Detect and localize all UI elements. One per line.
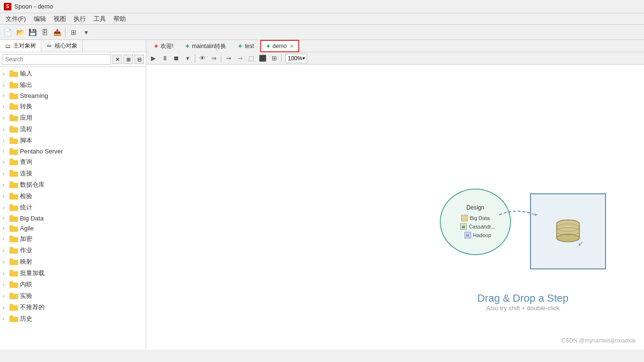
folder-icon-script <box>9 137 18 144</box>
menu-file[interactable]: 文件(F) <box>2 14 30 24</box>
tree-item-agile[interactable]: › Agile <box>0 223 146 233</box>
maintaiin-tab-label: maintaiin转换 <box>192 42 226 50</box>
menu-tools[interactable]: 工具 <box>90 14 110 24</box>
tree-label-flow: 流程 <box>20 125 32 133</box>
tree-label-transform: 转换 <box>20 102 32 111</box>
canvas-run-btn[interactable]: ▶ <box>148 53 159 64</box>
search-collapse-btn[interactable]: ⊟ <box>134 55 144 64</box>
canvas-btn6[interactable]: ⇝ <box>223 53 234 64</box>
canvas-stop-btn[interactable]: ⏹ <box>171 53 181 64</box>
drag-drop-subtitle: Also try shift + double-click <box>486 305 559 312</box>
menu-edit[interactable]: 编辑 <box>30 14 50 24</box>
tree-item-inline[interactable]: › 内联 <box>0 279 146 290</box>
tree-item-encrypt[interactable]: › 加密 <box>0 233 146 245</box>
search-expand-btn[interactable]: ⊞ <box>123 55 133 64</box>
toolbar-save-btn[interactable]: 💾 <box>27 27 38 38</box>
chevron-encrypt: › <box>3 237 9 242</box>
db-container: ↙ <box>551 215 585 248</box>
canvas-preview-btn[interactable]: 👁 <box>197 53 208 64</box>
tab-demo[interactable]: ✦ demo ✕ <box>260 40 299 52</box>
tree-item-pentaho[interactable]: › Pentaho Server <box>0 146 146 156</box>
search-clear-btn[interactable]: ✕ <box>113 55 122 64</box>
right-panel: ✦ 欢迎! ✦ maintaiin转换 ✦ test ✦ demo ✕ ▶ ⏸ … <box>146 40 644 350</box>
folder-icon-validate <box>9 193 18 200</box>
tree: › 输入 › 输出 › Streaming › 转换 › <box>0 67 146 350</box>
folder-icon-streaming <box>9 93 18 99</box>
demo-tab-close[interactable]: ✕ <box>290 43 294 49</box>
tab-maintaiin[interactable]: ✦ maintaiin转换 <box>180 40 231 52</box>
canvas-pause-btn[interactable]: ⏸ <box>160 53 170 64</box>
canvas-stop-dropdown-btn[interactable]: ▾ <box>182 53 193 64</box>
tree-item-job[interactable]: › 作业 <box>0 245 146 256</box>
tree-item-validate[interactable]: › 检验 <box>0 191 146 202</box>
tree-item-warehouse[interactable]: › 数据仓库 <box>0 179 146 191</box>
canvas-btn10[interactable]: ⊞ <box>269 53 279 64</box>
canvas-btn9[interactable]: ⬛ <box>257 53 268 64</box>
search-input[interactable] <box>2 54 111 65</box>
toolbar-layers-dropdown[interactable]: ▾ <box>80 27 92 38</box>
tree-item-experiment[interactable]: › 实验 <box>0 290 146 302</box>
folder-icon-input <box>9 70 18 77</box>
tree-item-transform[interactable]: › 转换 <box>0 101 146 112</box>
toolbar-new-btn[interactable]: 📄 <box>2 27 13 38</box>
menu-view[interactable]: 视图 <box>50 14 70 24</box>
canvas-btn7[interactable]: ⇾ <box>235 53 245 64</box>
folder-icon-bigdata <box>9 215 18 222</box>
db-arrow-icon: ↙ <box>578 239 584 247</box>
tab-test[interactable]: ✦ test <box>232 40 259 52</box>
chevron-script: › <box>3 138 9 143</box>
tree-item-connect[interactable]: › 连接 <box>0 168 146 179</box>
tree-item-bulkload[interactable]: › 批量加载 <box>0 267 146 279</box>
menu-help[interactable]: 帮助 <box>110 14 130 24</box>
toolbar-layers-btn[interactable]: ⊞ <box>68 27 79 38</box>
folder-icon-app <box>9 114 18 121</box>
folder-icon-encrypt <box>9 236 18 242</box>
tree-label-deprecated: 不推荐的 <box>20 303 45 312</box>
cassandra-label: Cassandr... <box>469 224 495 229</box>
core-objects-label: 核心对象 <box>55 42 77 50</box>
tree-label-streaming: Streaming <box>20 92 48 99</box>
tree-item-streaming[interactable]: › Streaming <box>0 91 146 101</box>
chevron-output: › <box>3 83 9 88</box>
folder-icon-job <box>9 247 18 254</box>
tree-label-app: 应用 <box>20 114 32 122</box>
tree-item-mapping[interactable]: › 映射 <box>0 256 146 267</box>
tree-item-stats[interactable]: › 统计 <box>0 202 146 213</box>
tree-item-history[interactable]: › 历史 <box>0 313 146 324</box>
menu-execute[interactable]: 执行 <box>70 14 90 24</box>
chevron-input: › <box>3 71 9 76</box>
left-panel: 🗂 主对象树 ✏ 核心对象 ✕ ⊞ ⊟ › 输入 › <box>0 40 146 350</box>
toolbar-export-btn[interactable]: 📤 <box>51 27 63 38</box>
folder-icon-output <box>9 82 18 88</box>
search-bar: ✕ ⊞ ⊟ <box>0 52 146 67</box>
tab-welcome[interactable]: ✦ 欢迎! <box>148 40 179 52</box>
toolbar-open-btn[interactable]: 📂 <box>14 27 26 38</box>
tab-core-objects[interactable]: ✏ 核心对象 <box>41 40 83 52</box>
canvas-debug-btn[interactable]: ⇒ <box>208 53 219 64</box>
tab-main-objects[interactable]: 🗂 主对象树 <box>0 40 41 52</box>
chevron-stats: › <box>3 205 9 210</box>
canvas-btn8[interactable]: ⬚ <box>246 53 256 64</box>
bigdata-label: Big Data <box>470 215 490 221</box>
folder-icon-bulkload <box>9 270 18 276</box>
tree-item-bigdata[interactable]: › Big Data <box>0 213 146 223</box>
panel-tabs: 🗂 主对象树 ✏ 核心对象 <box>0 40 146 52</box>
tree-label-input: 输入 <box>20 69 32 78</box>
tree-item-flow[interactable]: › 流程 <box>0 124 146 135</box>
tree-item-script[interactable]: › 脚本 <box>0 135 146 146</box>
tree-item-input[interactable]: › 输入 <box>0 68 146 79</box>
menu-bar: 文件(F) 编辑 视图 执行 工具 帮助 <box>0 13 644 25</box>
chevron-bigdata: › <box>3 216 9 221</box>
tree-item-app[interactable]: › 应用 <box>0 112 146 124</box>
tree-item-query[interactable]: › 查询 <box>0 156 146 168</box>
tree-item-output[interactable]: › 输出 <box>0 79 146 91</box>
canvas-zoom-dropdown[interactable]: ▾ <box>303 56 305 61</box>
tree-item-deprecated[interactable]: › 不推荐的 <box>0 302 146 313</box>
folder-icon-agile <box>9 225 18 232</box>
folder-icon-flow <box>9 126 18 133</box>
welcome-tab-label: 欢迎! <box>161 42 173 50</box>
canvas[interactable]: Design Big Data ▤ Cassandr... H Hadoop <box>146 65 644 350</box>
bigdata-folder-icon <box>461 215 468 221</box>
chevron-experiment: › <box>3 294 9 299</box>
toolbar-saveas-btn[interactable]: 🗄 <box>39 27 50 38</box>
